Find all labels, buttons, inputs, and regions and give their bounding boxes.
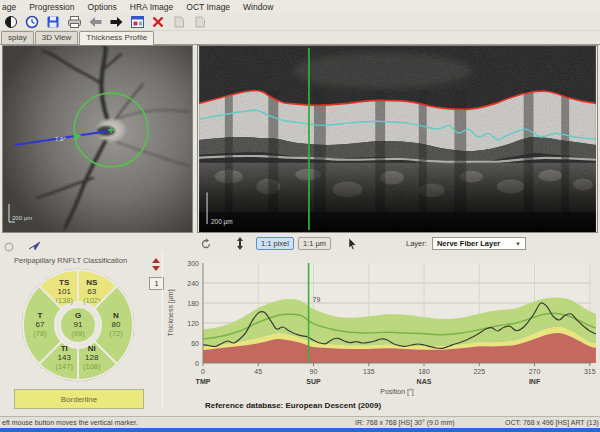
menu-progression[interactable]: Progression	[29, 2, 74, 12]
classification-panel-icons	[4, 238, 42, 256]
fundus-ir-image[interactable]: 7.9° 200 µm	[2, 45, 193, 233]
report-icon[interactable]	[129, 14, 145, 29]
layer-dropdown[interactable]: Nerve Fiber Layer ▼	[432, 237, 526, 250]
y-axis-label: Thickness [µm]	[167, 289, 175, 336]
svg-text:0: 0	[195, 360, 199, 367]
layer-dropdown-value: Nerve Fiber Layer	[437, 239, 500, 248]
svg-text:180: 180	[418, 368, 430, 375]
application-window: age Progression Options HRA Image OCT Im…	[0, 0, 600, 432]
contrast-icon[interactable]	[3, 14, 19, 29]
toolbar	[0, 13, 600, 31]
oct-bscan-image[interactable]: 200 µm	[197, 45, 598, 233]
tab-3d-view[interactable]: 3D View	[35, 31, 79, 44]
reference-database-note: Reference database: European Descent (20…	[205, 401, 381, 410]
rnfl-sector-chart: TS101(138)NS63(102)N80(72)NI128(108)TI14…	[8, 266, 148, 390]
forward-arrow-icon[interactable]	[108, 14, 124, 29]
circle-icon[interactable]	[4, 238, 14, 256]
save-icon[interactable]	[45, 14, 61, 29]
clock-icon[interactable]	[24, 14, 40, 29]
thickness-profile-chart[interactable]: 0601201802403000459013518022527031579TMP…	[162, 252, 599, 408]
rotate-icon[interactable]	[200, 238, 212, 250]
layer-label: Layer:	[406, 239, 427, 248]
svg-text:180: 180	[187, 300, 199, 307]
bscan-stepper	[152, 258, 160, 271]
menu-bar: age Progression Options HRA Image OCT Im…	[0, 0, 600, 14]
status-hint-text: eft mouse button moves the vertical mark…	[2, 419, 138, 426]
delete-icon[interactable]	[150, 14, 166, 29]
image-noise	[3, 46, 192, 232]
svg-text:INF: INF	[529, 378, 541, 385]
marker-value-label: 79	[313, 296, 321, 303]
vertical-slider-icon[interactable]	[236, 237, 244, 250]
svg-text:225: 225	[473, 368, 485, 375]
svg-text:200 µm: 200 µm	[211, 218, 233, 226]
chevron-down-icon: ▼	[515, 241, 521, 247]
step-down-button[interactable]	[152, 266, 160, 271]
menu-options[interactable]: Options	[88, 2, 117, 12]
angle-value-label: 7.9°	[55, 136, 66, 142]
status-oct-info: OCT: 768 x 496 [HS] ART (13) Q: 27	[505, 419, 600, 426]
tab-thickness-profile[interactable]: Thickness Profile	[79, 31, 154, 45]
svg-text:SUP: SUP	[306, 378, 321, 385]
export-disabled-icon	[192, 14, 208, 29]
svg-text:NAS: NAS	[417, 378, 432, 385]
taskbar-strip	[0, 428, 600, 432]
pointer-flag-icon[interactable]	[28, 238, 42, 256]
svg-text:200 µm: 200 µm	[12, 215, 32, 221]
svg-text:270: 270	[529, 368, 541, 375]
svg-text:TMP: TMP	[196, 378, 211, 385]
print-icon[interactable]	[66, 14, 82, 29]
export-disabled-icon	[171, 14, 187, 29]
menu-window[interactable]: Window	[243, 2, 273, 12]
svg-text:0: 0	[201, 368, 205, 375]
svg-text:90: 90	[310, 368, 318, 375]
classification-result-badge: Borderline	[14, 389, 144, 409]
tab-strip: splay 3D View Thickness Profile	[0, 30, 600, 45]
back-arrow-icon[interactable]	[87, 14, 103, 29]
menu-image[interactable]: age	[2, 2, 16, 12]
svg-text:60: 60	[191, 340, 199, 347]
cursor-icon[interactable]	[347, 237, 358, 250]
svg-text:135: 135	[363, 368, 375, 375]
step-up-button[interactable]	[152, 258, 160, 263]
menu-hra-image[interactable]: HRA Image	[130, 2, 173, 12]
oct-toolbar: 1:1 pixel 1:1 µm Layer: Nerve Fiber Laye…	[197, 235, 598, 252]
svg-text:120: 120	[187, 320, 199, 327]
svg-text:45: 45	[254, 368, 262, 375]
x-axis-label: Position [°]	[380, 388, 414, 396]
classification-title: Peripapillary RNFLT Classification	[14, 256, 127, 265]
menu-oct-image[interactable]: OCT Image	[186, 2, 230, 12]
one-to-one-pixel-button[interactable]: 1:1 pixel	[256, 237, 294, 250]
status-ir-info: IR: 768 x 768 [HS] 30° (9.0 mm)	[355, 419, 455, 426]
one-to-one-micron-button[interactable]: 1:1 µm	[298, 237, 331, 250]
tab-display[interactable]: splay	[1, 31, 34, 44]
svg-text:315: 315	[584, 368, 596, 375]
svg-text:240: 240	[187, 280, 199, 287]
svg-text:300: 300	[187, 260, 199, 267]
